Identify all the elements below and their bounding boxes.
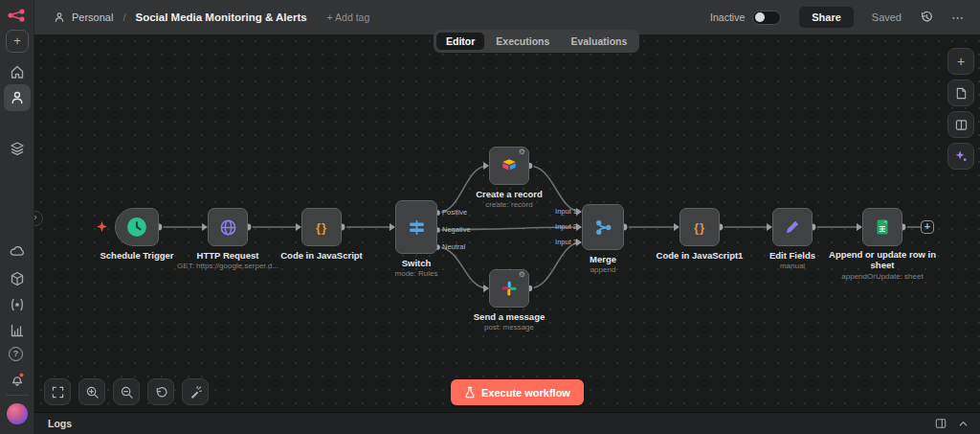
node-label: Merge — [590, 254, 616, 264]
merge-input-2: Input 2 — [555, 222, 577, 231]
add-node-button[interactable]: + — [921, 220, 934, 234]
logs-panel-header[interactable]: Logs — [34, 412, 980, 434]
fit-view-icon — [52, 386, 64, 399]
undo-button[interactable] — [147, 378, 174, 405]
open-nodes-panel-button[interactable]: + — [947, 48, 974, 75]
tidy-up-button[interactable] — [182, 378, 209, 405]
n8n-workflow-editor: { "header": { "breadcrumb": { "workspace… — [0, 0, 980, 434]
code-braces-icon: {} — [694, 220, 705, 235]
node-label: Code in JavaScript — [280, 250, 363, 261]
view-tabs: Editor Executions Evaluations — [434, 30, 639, 53]
fit-view-button[interactable] — [44, 378, 71, 405]
sticky-note-button[interactable] — [947, 80, 974, 106]
breadcrumb: Personal / Social Media Monitoring & Ale… — [54, 11, 369, 23]
help-icon[interactable]: ? — [9, 347, 23, 361]
person-icon — [54, 11, 65, 23]
code-braces-icon: {} — [316, 220, 327, 235]
node-append-sheet[interactable] — [862, 208, 902, 246]
user-avatar[interactable] — [7, 403, 28, 424]
help-glyph: ? — [13, 349, 19, 358]
history-button[interactable] — [920, 11, 933, 24]
tab-evaluations[interactable]: Evaluations — [561, 33, 636, 50]
activation-status: Inactive — [710, 11, 781, 25]
node-merge[interactable] — [582, 204, 624, 250]
slack-icon — [501, 280, 518, 297]
insights-chart-icon[interactable] — [10, 323, 25, 338]
zoom-out-icon — [121, 386, 133, 399]
merge-input-3: Input 3 — [555, 238, 577, 246]
person-icon — [10, 90, 25, 105]
node-sublabel: GET: https://google.serper.d... — [177, 262, 278, 270]
node-label: Schedule Trigger — [100, 250, 173, 261]
breadcrumb-workspace[interactable]: Personal — [72, 11, 113, 23]
n8n-logo — [7, 8, 28, 23]
toggle-knob — [755, 12, 765, 22]
node-label: Append or update row in sheet — [819, 250, 946, 271]
switch-output-neutral: Neutral — [442, 242, 465, 251]
node-label: Code in JavaScript1 — [657, 250, 744, 261]
clock-icon — [126, 217, 147, 238]
more-menu-button[interactable]: ⋯ — [951, 11, 965, 25]
zoom-out-button[interactable] — [113, 378, 140, 405]
ai-assistant-button[interactable] — [947, 143, 974, 170]
app-sidebar: + ? — [0, 0, 34, 434]
notifications-bell-icon[interactable] — [10, 372, 25, 387]
chevron-up-icon[interactable] — [958, 419, 969, 429]
sidebar-item-personal[interactable] — [4, 84, 31, 111]
plus-icon: + — [924, 220, 930, 232]
node-schedule-trigger[interactable] — [115, 208, 159, 246]
globe-icon — [219, 218, 237, 237]
package-icon[interactable] — [10, 271, 25, 286]
plus-icon: + — [13, 34, 21, 48]
flask-icon — [464, 386, 476, 399]
node-sublabel: create: record — [485, 200, 532, 209]
switch-sign-icon — [408, 218, 426, 237]
variables-icon[interactable] — [10, 297, 25, 312]
node-switch[interactable] — [395, 200, 437, 254]
add-tag-button[interactable]: + Add tag — [327, 11, 370, 23]
sidebar-divider — [6, 395, 29, 396]
workflow-title[interactable]: Social Media Monitoring & Alerts — [135, 11, 306, 23]
node-edit-fields[interactable] — [772, 208, 813, 246]
plus-icon: + — [957, 54, 965, 69]
node-http-request[interactable] — [208, 208, 248, 246]
cloud-icon[interactable] — [10, 243, 25, 259]
add-workflow-button[interactable]: + — [6, 30, 29, 53]
saved-status[interactable]: Saved — [872, 11, 902, 23]
logs-title: Logs — [48, 418, 72, 429]
node-create-a-record[interactable]: ⚙ — [489, 147, 529, 185]
sparkle-icon — [954, 149, 968, 163]
note-icon — [955, 87, 968, 100]
share-button[interactable]: Share — [799, 7, 854, 28]
home-icon[interactable] — [10, 64, 25, 80]
layers-icon[interactable] — [10, 141, 25, 156]
node-sublabel: append — [590, 265, 616, 274]
node-label: Create a record — [476, 189, 543, 199]
active-toggle[interactable] — [752, 11, 781, 25]
node-send-a-message[interactable]: ⚙ — [489, 269, 529, 308]
workflow-canvas[interactable] — [34, 34, 980, 412]
split-panel-icon — [955, 119, 968, 131]
execute-workflow-button[interactable]: Execute workflow — [451, 379, 584, 405]
open-panel-icon[interactable] — [935, 418, 947, 429]
gear-icon: ⚙ — [519, 148, 525, 157]
gear-icon: ⚙ — [519, 270, 525, 280]
history-icon — [920, 11, 933, 24]
node-sublabel: post: message — [484, 323, 534, 331]
node-code-in-javascript1[interactable]: {} — [679, 208, 720, 246]
node-label: Send a message — [474, 311, 545, 322]
switch-output-negative: Negative — [442, 225, 471, 234]
execute-workflow-label: Execute workflow — [481, 387, 570, 399]
node-sublabel: appendOrUpdate: sheet — [841, 272, 923, 281]
node-code-in-javascript[interactable]: {} — [301, 208, 342, 246]
trigger-bolt-icon — [97, 221, 107, 232]
breadcrumb-separator: / — [122, 11, 125, 23]
google-sheets-icon — [874, 218, 891, 236]
zoom-in-button[interactable] — [78, 378, 105, 405]
zoom-in-icon — [86, 386, 99, 399]
tab-editor[interactable]: Editor — [436, 33, 484, 50]
toggle-panel-button[interactable] — [947, 111, 974, 138]
tab-executions[interactable]: Executions — [486, 33, 559, 50]
node-label: HTTP Request — [197, 250, 259, 261]
node-label: Switch — [402, 258, 432, 268]
